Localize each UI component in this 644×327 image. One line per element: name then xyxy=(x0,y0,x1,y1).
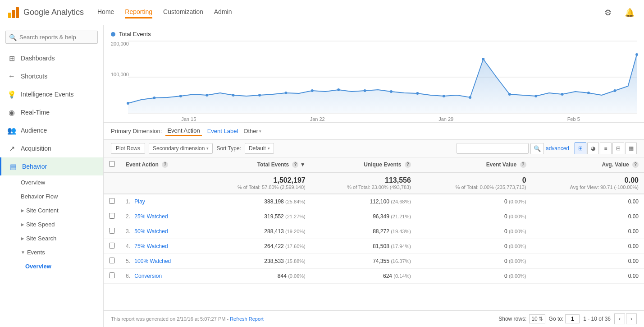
goto-box: Go to: xyxy=(549,314,580,323)
row-event-action-5: 6. Conversion xyxy=(120,269,200,284)
table-search-button[interactable]: 🔍 xyxy=(530,143,544,154)
advanced-link[interactable]: advanced xyxy=(546,145,569,152)
total-unique-sub: % of Total: 23.00% (493,783) xyxy=(316,184,411,190)
svg-point-10 xyxy=(232,94,235,97)
svg-point-14 xyxy=(337,88,340,91)
row-checkbox-input-3[interactable] xyxy=(109,243,115,249)
sidebar-label-intelligence: Intelligence Events xyxy=(21,91,74,98)
total-events-value: 1,502,197 xyxy=(205,176,306,184)
event-action-link-1[interactable]: 25% Watched xyxy=(134,213,168,220)
sidebar-sub-events[interactable]: ▼ Events xyxy=(0,245,103,259)
view-table-icon[interactable]: ⊞ xyxy=(575,143,586,154)
main-layout: 🔍 ⊞ Dashboards ← Shortcuts 💡 Intelligenc… xyxy=(0,25,644,327)
sidebar-item-shortcuts[interactable]: ← Shortcuts xyxy=(0,67,103,85)
row-checkbox-input-5[interactable] xyxy=(109,272,115,278)
svg-point-19 xyxy=(469,96,471,99)
row-checkbox-input-4[interactable] xyxy=(109,258,115,263)
th-event-value[interactable]: Event Value ? xyxy=(416,157,532,173)
svg-point-7 xyxy=(153,97,155,99)
row-event-value-4: 0 (0.00%) xyxy=(416,254,532,269)
view-pivot-icon[interactable]: ⊟ xyxy=(612,143,624,154)
help-avg-value[interactable]: ? xyxy=(632,161,639,168)
svg-point-12 xyxy=(284,92,287,94)
refresh-report-link[interactable]: Refresh Report xyxy=(230,316,264,322)
dim-other[interactable]: Other ▾ xyxy=(243,128,261,134)
sidebar-item-intelligence[interactable]: 💡 Intelligence Events xyxy=(0,85,103,103)
sidebar-item-acquisition[interactable]: ↗ Acquisition xyxy=(0,139,103,157)
th-event-action[interactable]: Event Action ? xyxy=(120,157,200,173)
dim-event-action[interactable]: Event Action xyxy=(165,126,201,136)
sidebar-sub-events-overview[interactable]: Overview xyxy=(0,259,103,273)
th-total-events[interactable]: Total Events ? ▼ xyxy=(200,157,311,173)
row-unique-events-4: 74,355 (16.37%) xyxy=(311,254,416,269)
help-unique-events[interactable]: ? xyxy=(405,161,411,168)
help-total-events[interactable]: ? xyxy=(292,161,298,168)
sidebar-item-realtime[interactable]: ◉ Real-Time xyxy=(0,103,103,121)
chart-x-jan15: Jan 15 xyxy=(181,116,196,122)
sidebar-sub-behavior-flow[interactable]: Behavior Flow xyxy=(0,189,103,203)
sidebar-search-icon: 🔍 xyxy=(9,34,17,41)
event-action-link-5[interactable]: Conversion xyxy=(134,273,162,279)
view-custom-icon[interactable]: ▦ xyxy=(625,143,637,154)
view-compare-icon[interactable]: ≡ xyxy=(600,143,612,154)
settings-icon[interactable]: ⚙ xyxy=(601,5,615,20)
svg-point-26 xyxy=(635,53,638,56)
event-action-link-4[interactable]: 100% Watched xyxy=(134,258,171,264)
row-event-action-0: 1. Play xyxy=(120,194,200,209)
total-event-value: 0 xyxy=(422,176,526,184)
event-action-link-2[interactable]: 50% Watched xyxy=(134,228,168,235)
sidebar-item-dashboards[interactable]: ⊞ Dashboards xyxy=(0,49,103,67)
event-action-link-3[interactable]: 75% Watched xyxy=(134,243,168,249)
table-search-input[interactable] xyxy=(457,143,529,154)
sidebar-item-audience[interactable]: 👥 Audience xyxy=(0,121,103,139)
help-event-value[interactable]: ? xyxy=(520,161,526,168)
goto-input[interactable] xyxy=(565,314,580,323)
logo-area: Google Analytics xyxy=(7,6,97,19)
sidebar-item-behavior[interactable]: ▤ Behavior xyxy=(0,157,103,175)
svg-point-9 xyxy=(206,94,208,97)
chart-svg xyxy=(128,41,637,113)
nav-icons: ⚙ 🔔 xyxy=(601,5,637,20)
svg-point-18 xyxy=(443,95,445,97)
primary-dim-label: Primary Dimension: xyxy=(111,128,162,134)
nav-reporting[interactable]: Reporting xyxy=(125,6,152,18)
row-checkbox-input-0[interactable] xyxy=(109,198,115,204)
bell-icon[interactable]: 🔔 xyxy=(622,5,637,20)
legend-label: Total Events xyxy=(119,31,151,37)
th-avg-value[interactable]: Avg. Value ? xyxy=(532,157,644,173)
sidebar-sub-overview[interactable]: Overview xyxy=(0,175,103,189)
svg-point-24 xyxy=(587,92,590,94)
plot-rows-button[interactable]: Plot Rows xyxy=(111,143,145,154)
behavior-icon: ▤ xyxy=(9,162,18,171)
page-nav: ‹ › xyxy=(614,313,637,324)
row-checkbox-input-1[interactable] xyxy=(109,213,115,219)
chart-y-100: 100,000 xyxy=(111,72,129,77)
select-all-checkbox[interactable] xyxy=(109,161,115,167)
sidebar-sub-site-content[interactable]: ▶ Site Content xyxy=(0,203,103,217)
th-unique-events[interactable]: Unique Events ? xyxy=(311,157,416,173)
rows-select[interactable]: 10 ⇅ xyxy=(529,314,545,323)
view-pie-icon[interactable]: ◕ xyxy=(587,143,599,154)
nav-home[interactable]: Home xyxy=(97,6,114,18)
total-label xyxy=(120,172,200,194)
next-page-button[interactable]: › xyxy=(626,313,637,324)
row-checkbox-0 xyxy=(104,194,120,209)
secondary-dim-dropdown[interactable]: Secondary dimension ▾ xyxy=(149,143,213,154)
svg-point-20 xyxy=(482,58,484,60)
search-input[interactable] xyxy=(5,31,98,44)
th-checkbox xyxy=(104,157,120,173)
sidebar-sub-site-speed[interactable]: ▶ Site Speed xyxy=(0,217,103,231)
dim-event-label[interactable]: Event Label xyxy=(206,127,240,135)
sort-default-dropdown[interactable]: Default ▾ xyxy=(245,143,274,154)
help-event-action[interactable]: ? xyxy=(162,161,168,168)
event-action-link-0[interactable]: Play xyxy=(134,198,145,205)
svg-point-15 xyxy=(364,89,366,92)
legend-dot xyxy=(111,32,115,37)
nav-admin[interactable]: Admin xyxy=(214,6,232,18)
chevron-down-icon: ▼ xyxy=(21,250,25,255)
nav-customization[interactable]: Customization xyxy=(163,6,203,18)
prev-page-button[interactable]: ‹ xyxy=(614,313,625,324)
row-total-events-5: 844 (0.06%) xyxy=(200,269,311,284)
row-checkbox-input-2[interactable] xyxy=(109,228,115,234)
sidebar-sub-site-search[interactable]: ▶ Site Search xyxy=(0,231,103,245)
